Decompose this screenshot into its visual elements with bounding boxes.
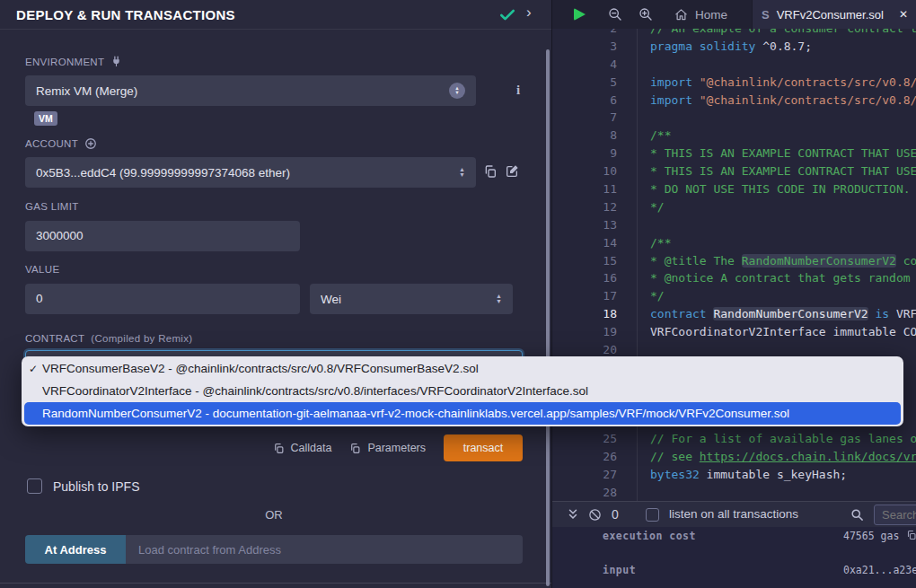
value-input[interactable] (25, 284, 300, 314)
code-line[interactable]: 18contract RandomNumberConsumerV2 is VRF… (552, 305, 916, 323)
code-line[interactable]: 3pragma solidity ^0.8.7; (552, 38, 916, 56)
code-text: /** (617, 234, 671, 252)
contract-option[interactable]: VRFCoordinatorV2Interface - @chainlink/c… (22, 380, 903, 402)
deploy-run-panel: DEPLOY & RUN TRANSACTIONS › ENVIRONMENT … (0, 0, 551, 588)
code-line[interactable]: 13 (552, 216, 916, 234)
panel-title: DEPLOY & RUN TRANSACTIONS (16, 7, 235, 22)
code-line[interactable]: 26 // see https://docs.chain.link/docs/v… (552, 448, 916, 466)
tab-vrfv2consumer[interactable]: S VRFv2Consumer.sol ✕ (752, 0, 916, 29)
editor-panel: 2// An example of a consumer contract th… (551, 0, 916, 588)
panel-bottom-divider (0, 583, 551, 584)
line-number: 18 (552, 305, 617, 323)
copy-calldata-icon[interactable] (273, 443, 285, 454)
select-arrows-icon: ▲▼ (496, 294, 502, 305)
contract-option[interactable]: RandomNumberConsumerV2 - documentation-g… (24, 402, 901, 425)
collapse-panel-chevron-icon[interactable]: › (526, 4, 532, 22)
line-number: 14 (552, 234, 617, 252)
code-editor[interactable]: 2// An example of a consumer contract th… (552, 20, 916, 502)
code-line[interactable]: 15 * @title The RandomNumberConsumerV2 c… (552, 252, 916, 270)
option-label: VRFCoordinatorV2Interface - @chainlink/c… (42, 384, 588, 398)
terminal-row-value: 0xa21...a23e4 (843, 564, 916, 576)
option-label: VRFConsumerBaseV2 - @chainlink/contracts… (42, 362, 479, 375)
gas-limit-label: GAS LIMIT (25, 201, 79, 212)
account-select[interactable]: 0x5B3...eddC4 (99.99999999997374068 ethe… (25, 157, 476, 188)
line-number: 4 (552, 56, 617, 74)
code-text: import "@chainlink/contracts/src/v0.8/VR… (617, 92, 916, 110)
panel-scrollbar[interactable] (546, 49, 550, 586)
run-script-icon[interactable] (574, 8, 586, 21)
publish-ipfs-checkbox[interactable] (27, 478, 42, 494)
code-text: */ (617, 198, 665, 216)
code-text (617, 484, 650, 502)
close-tab-icon[interactable]: ✕ (899, 8, 908, 21)
line-number: 6 (552, 92, 617, 110)
code-text (617, 56, 650, 74)
parameters-button[interactable]: Parameters (349, 442, 426, 454)
copy-parameters-icon[interactable] (349, 443, 361, 454)
at-address-button[interactable]: At Address (25, 535, 126, 564)
editor-gutter-divider (637, 29, 638, 501)
value-unit-select[interactable]: Wei ▲▼ (310, 284, 513, 314)
code-line[interactable]: 25 // For a list of available gas lanes … (552, 430, 916, 448)
code-line[interactable]: 4 (552, 56, 916, 74)
terminal-row: input0xa21...a23e4 (603, 564, 916, 576)
terminal-row: execution cost47565 gas (603, 530, 916, 542)
code-line[interactable]: 16 * @notice A contract that gets random… (552, 269, 916, 287)
code-line[interactable]: 7 (552, 109, 916, 127)
code-line[interactable]: 10 * THIS IS AN EXAMPLE CONTRACT THAT US… (552, 162, 916, 180)
terminal-search-input[interactable] (874, 505, 916, 525)
code-line[interactable]: 14/** (552, 234, 916, 252)
transact-button[interactable]: transact (444, 434, 523, 461)
tab-home[interactable]: Home (669, 0, 733, 29)
line-number: 10 (552, 162, 617, 180)
line-number: 26 (552, 448, 617, 466)
at-address-input[interactable] (126, 535, 523, 564)
line-number: 5 (552, 74, 617, 92)
line-number: 28 (552, 484, 617, 502)
solidity-file-icon: S (762, 8, 770, 22)
code-text: */ (617, 287, 665, 305)
code-line[interactable]: 19 VRFCoordinatorV2Interface immutable C… (552, 323, 916, 341)
publish-to-ipfs-row: Publish to IPFS (27, 478, 140, 494)
contract-dropdown-menu: ✓VRFConsumerBaseV2 - @chainlink/contract… (22, 356, 903, 426)
sign-message-icon[interactable] (505, 164, 519, 179)
code-text: bytes32 immutable s_keyHash; (617, 466, 847, 484)
compile-success-check-icon (498, 6, 516, 24)
terminal-row-label: execution cost (603, 530, 696, 542)
option-check-icon: ✓ (29, 363, 42, 375)
code-text (617, 109, 650, 127)
zoom-out-icon[interactable] (608, 7, 622, 22)
environment-select[interactable]: Remix VM (Merge) ▲▼ (25, 75, 476, 106)
zoom-in-icon[interactable] (639, 7, 653, 22)
code-line[interactable]: 28 (552, 484, 916, 502)
code-line[interactable]: 9 * THIS IS AN EXAMPLE CONTRACT THAT USE… (552, 145, 916, 162)
code-line[interactable]: 6import "@chainlink/contracts/src/v0.8/V… (552, 92, 916, 110)
environment-info-icon[interactable]: i (516, 83, 520, 98)
code-line[interactable]: 27 bytes32 immutable s_keyHash; (552, 466, 916, 484)
code-line[interactable]: 11 * DO NOT USE THIS CODE IN PRODUCTION. (552, 180, 916, 198)
code-line[interactable]: 8/** (552, 127, 916, 145)
option-label: RandomNumberConsumerV2 - documentation-g… (42, 407, 789, 420)
calldata-button[interactable]: Calldata (273, 442, 332, 454)
code-text: * @notice A contract that gets random va… (617, 269, 916, 287)
expand-terminal-icon[interactable] (567, 508, 579, 521)
code-line[interactable]: 12 */ (552, 198, 916, 216)
code-line[interactable]: 17 */ (552, 287, 916, 305)
deploy-actions-row: Calldata Parameters transact (0, 434, 523, 461)
code-text: import "@chainlink/contracts/src/v0.8/in… (617, 74, 916, 92)
add-account-icon[interactable] (84, 137, 97, 150)
code-line[interactable]: 5import "@chainlink/contracts/src/v0.8/i… (552, 74, 916, 92)
copy-value-icon[interactable] (906, 530, 916, 540)
clear-console-icon[interactable] (588, 508, 602, 522)
contract-sublabel: (Compiled by Remix) (91, 333, 192, 344)
vm-badge: VM (34, 111, 57, 126)
gas-limit-input[interactable] (25, 221, 300, 251)
listen-transactions-label: listen on all transactions (669, 507, 798, 521)
listen-transactions-checkbox[interactable] (646, 508, 659, 522)
copy-account-icon[interactable] (483, 164, 498, 179)
line-number: 25 (552, 430, 617, 448)
contract-option[interactable]: ✓VRFConsumerBaseV2 - @chainlink/contract… (22, 357, 903, 380)
code-text: contract RandomNumberConsumerV2 is VRFCo… (617, 305, 916, 323)
plug-icon (110, 56, 122, 67)
value-label: VALUE (25, 264, 59, 275)
